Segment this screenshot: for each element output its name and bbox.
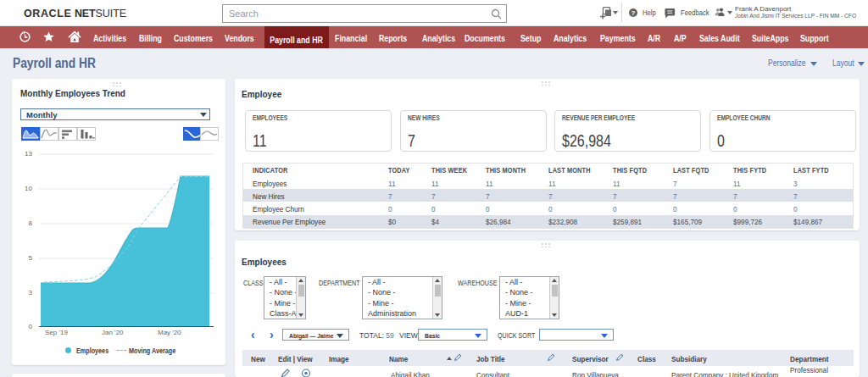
svg-text:?: ? — [632, 9, 636, 17]
